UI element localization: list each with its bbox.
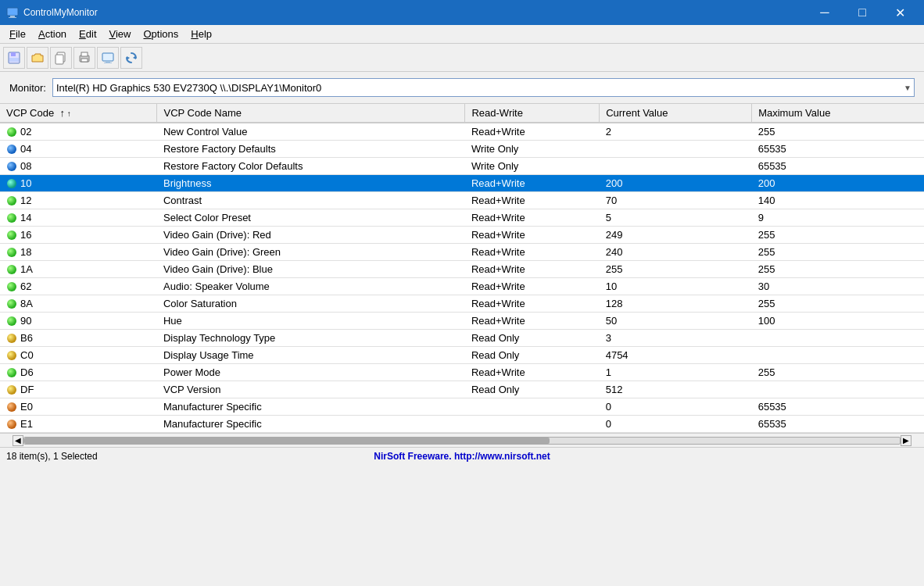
svg-rect-0 <box>7 8 18 16</box>
table-row[interactable]: 12 ContrastRead+Write70140 <box>0 192 924 209</box>
table-row[interactable]: 04 Restore Factory DefaultsWrite Only655… <box>0 141 924 158</box>
col-current[interactable]: Current Value <box>600 104 752 123</box>
scroll-right-arrow[interactable]: ▶ <box>901 435 911 446</box>
menu-edit[interactable]: Edit <box>73 27 102 41</box>
cell-max: 65535 <box>752 416 924 433</box>
cell-vcp-name: Video Gain (Drive): Red <box>157 227 465 244</box>
col-vcp-code[interactable]: VCP Code ↑ <box>0 104 157 123</box>
cell-vcp-name: Video Gain (Drive): Green <box>157 244 465 261</box>
horizontal-scrollbar[interactable]: ◀ ▶ <box>0 433 924 447</box>
menu-action[interactable]: Action <box>32 27 73 41</box>
app-icon <box>6 6 19 19</box>
col-rw[interactable]: Read-Write <box>465 104 600 123</box>
table-row[interactable]: DF VCP VersionRead Only512 <box>0 381 924 398</box>
scroll-thumb[interactable] <box>24 438 550 444</box>
maximize-button[interactable]: □ <box>844 0 880 25</box>
cell-rw: Write Only <box>465 158 600 175</box>
cell-current: 1 <box>600 364 752 381</box>
toolbar-monitor[interactable] <box>97 47 119 69</box>
table-row[interactable]: 18 Video Gain (Drive): GreenRead+Write24… <box>0 244 924 261</box>
menu-help[interactable]: Help <box>184 27 218 41</box>
cell-rw: Read Only <box>465 381 600 398</box>
menu-options[interactable]: Options <box>137 27 184 41</box>
col-vcp-name[interactable]: VCP Code Name <box>157 104 465 123</box>
cell-max: 255 <box>752 227 924 244</box>
cell-current: 249 <box>600 227 752 244</box>
cell-current <box>600 158 752 175</box>
table-row[interactable]: D6 Power ModeRead+Write1255 <box>0 364 924 381</box>
table-header: VCP Code ↑ VCP Code Name Read-Write Curr… <box>0 104 924 123</box>
table-row[interactable]: B6 Display Technology TypeRead Only3 <box>0 330 924 347</box>
table-row[interactable]: 16 Video Gain (Drive): RedRead+Write2492… <box>0 227 924 244</box>
cell-max: 65535 <box>752 398 924 416</box>
close-button[interactable]: ✕ <box>882 0 918 25</box>
table-row[interactable]: 14 Select Color PresetRead+Write59 <box>0 209 924 227</box>
svg-rect-2 <box>9 17 16 18</box>
svg-point-32 <box>7 402 16 412</box>
minimize-button[interactable]: ─ <box>807 0 843 25</box>
svg-rect-7 <box>56 55 63 64</box>
cell-vcp-name: VCP Version <box>157 381 465 398</box>
table-row[interactable]: 10 BrightnessRead+Write200200 <box>0 175 924 192</box>
toolbar-copy[interactable] <box>50 47 72 69</box>
cell-vcp-name: Video Gain (Drive): Blue <box>157 261 465 278</box>
cell-vcp-name: Display Usage Time <box>157 347 465 364</box>
table-row[interactable]: 8A Color SaturationRead+Write128255 <box>0 295 924 313</box>
table-row[interactable]: 90 HueRead+Write50100 <box>0 313 924 330</box>
cell-vcp-code: D6 <box>0 364 157 381</box>
cell-vcp-code: E0 <box>0 398 157 416</box>
svg-point-29 <box>7 351 16 360</box>
table-row[interactable]: E1 Manufacturer Specific065535 <box>0 416 924 433</box>
cell-max: 255 <box>752 244 924 261</box>
cell-rw <box>465 398 600 416</box>
cell-rw: Read+Write <box>465 192 600 209</box>
table-row[interactable]: 1A Video Gain (Drive): BlueRead+Write255… <box>0 261 924 278</box>
cell-current: 240 <box>600 244 752 261</box>
cell-current: 0 <box>600 398 752 416</box>
cell-vcp-code: 1A <box>0 261 157 278</box>
svg-point-17 <box>7 145 16 154</box>
cell-vcp-code: C0 <box>0 347 157 364</box>
table-body: 02 New Control ValueRead+Write2255 04 Re… <box>0 123 924 433</box>
cell-vcp-name: Brightness <box>157 175 465 192</box>
menu-view[interactable]: View <box>103 27 138 41</box>
table-container[interactable]: VCP Code ↑ VCP Code Name Read-Write Curr… <box>0 104 924 433</box>
table-row[interactable]: 08 Restore Factory Color DefaultsWrite O… <box>0 158 924 175</box>
toolbar-print[interactable] <box>73 47 95 69</box>
app-title: ControlMyMonitor <box>23 7 98 18</box>
cell-rw: Write Only <box>465 141 600 158</box>
cell-rw: Read+Write <box>465 244 600 261</box>
cell-vcp-name: Restore Factory Defaults <box>157 141 465 158</box>
toolbar-open[interactable] <box>27 47 48 69</box>
cell-vcp-code: 90 <box>0 313 157 330</box>
cell-current: 512 <box>600 381 752 398</box>
status-count: 18 item(s), 1 Selected <box>6 451 310 462</box>
scroll-track[interactable] <box>23 437 901 445</box>
table-row[interactable]: E0 Manufacturer Specific065535 <box>0 398 924 416</box>
cell-vcp-name: Manufacturer Specific <box>157 398 465 416</box>
monitor-selector-wrapper[interactable]: Intel(R) HD Graphics 530 EV2730Q \\.\DIS… <box>52 78 915 97</box>
cell-max <box>752 347 924 364</box>
cell-current: 128 <box>600 295 752 313</box>
scroll-left-arrow[interactable]: ◀ <box>13 435 23 446</box>
monitor-select[interactable]: Intel(R) HD Graphics 530 EV2730Q \\.\DIS… <box>52 78 915 97</box>
svg-point-20 <box>7 196 16 205</box>
cell-current: 10 <box>600 278 752 295</box>
menu-bar: File Action Edit View Options Help <box>0 25 924 44</box>
cell-current: 5 <box>600 209 752 227</box>
table-row[interactable]: 62 Audio: Speaker VolumeRead+Write1030 <box>0 278 924 295</box>
col-max[interactable]: Maximum Value <box>752 104 924 123</box>
toolbar-refresh[interactable] <box>120 47 142 69</box>
table-row[interactable]: 02 New Control ValueRead+Write2255 <box>0 123 924 141</box>
svg-point-23 <box>7 248 16 257</box>
table-row[interactable]: C0 Display Usage TimeRead Only4754 <box>0 347 924 364</box>
cell-vcp-code: 04 <box>0 141 157 158</box>
menu-file[interactable]: File <box>3 27 32 41</box>
cell-current <box>600 141 752 158</box>
toolbar-save[interactable] <box>3 47 25 69</box>
cell-current: 70 <box>600 192 752 209</box>
cell-vcp-code: DF <box>0 381 157 398</box>
svg-rect-1 <box>10 16 15 17</box>
cell-max: 140 <box>752 192 924 209</box>
cell-max <box>752 330 924 347</box>
